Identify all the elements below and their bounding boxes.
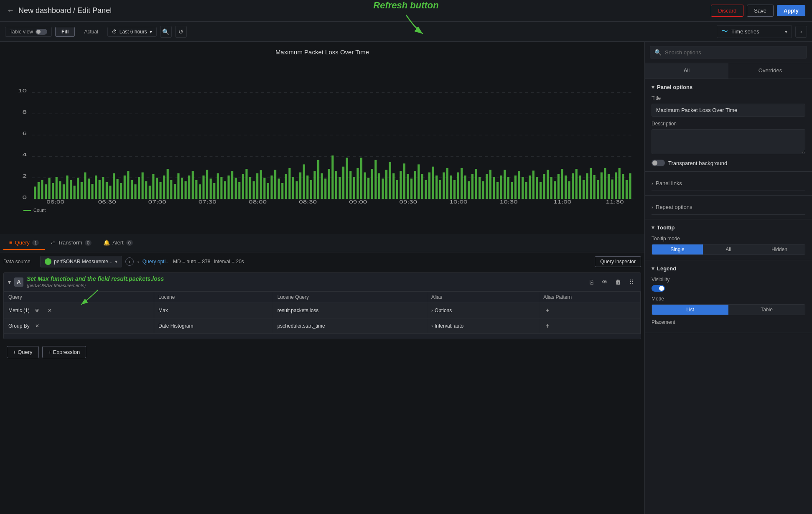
svg-rect-150: [525, 182, 527, 199]
svg-rect-34: [109, 186, 111, 199]
tab-query[interactable]: ≡ Query 1: [3, 236, 45, 250]
tab-alert[interactable]: 🔔 Alert 0: [97, 236, 139, 250]
svg-text:0: 0: [23, 195, 27, 200]
time-range-label: Last 6 hours: [120, 29, 147, 35]
tooltip-section-header[interactable]: ▾ Tooltip: [652, 224, 805, 231]
toolbar: Table view Fill Actual ⏱ Last 6 hours ▾ …: [0, 22, 812, 42]
header-left: ← New dashboard / Edit Panel: [7, 6, 112, 15]
repeat-options-label: Repeat options: [656, 204, 692, 210]
drag-query-handle[interactable]: ⠿: [626, 277, 636, 287]
legend-mode-table[interactable]: Table: [728, 305, 805, 315]
query-row-actions: ⎘ 👁 🗑 ⠿: [586, 277, 636, 287]
svg-rect-52: [174, 184, 176, 199]
metric-options-label[interactable]: Options: [435, 308, 452, 313]
svg-rect-82: [281, 183, 283, 199]
svg-rect-141: [493, 177, 495, 199]
tooltip-mode-all[interactable]: All: [703, 244, 754, 254]
zoom-out-button[interactable]: 🔍: [160, 26, 172, 38]
time-range-picker[interactable]: ⏱ Last 6 hours ▾: [107, 27, 157, 37]
metric-lucene-query[interactable]: result.packets.loss: [273, 303, 427, 318]
svg-rect-133: [464, 176, 466, 199]
query-options-link[interactable]: Query opti...: [143, 259, 170, 265]
search-input[interactable]: [665, 49, 802, 56]
svg-rect-55: [185, 181, 187, 199]
tab-transform[interactable]: ⇌ Transform 0: [45, 236, 97, 250]
groupby-lucene-value[interactable]: Date Histogram: [154, 318, 273, 334]
metric-lucene-value[interactable]: Max: [154, 303, 273, 318]
svg-rect-63: [213, 183, 215, 199]
svg-rect-157: [550, 177, 552, 199]
svg-rect-80: [274, 170, 276, 199]
transparent-toggle[interactable]: [652, 160, 665, 166]
legend-visibility-toggle[interactable]: [652, 285, 665, 292]
info-icon[interactable]: i: [125, 257, 134, 266]
query-inspector-button[interactable]: Query inspector: [595, 256, 641, 267]
chart-svg: 0 2 4 6 8 10: [7, 62, 638, 204]
svg-text:11:00: 11:00: [553, 199, 571, 204]
svg-rect-66: [224, 181, 226, 199]
svg-rect-72: [245, 169, 247, 199]
save-button[interactable]: Save: [747, 5, 774, 17]
tab-overrides[interactable]: Overrides: [728, 63, 812, 79]
delete-query-button[interactable]: 🗑: [613, 277, 623, 287]
datasource-select[interactable]: perfSONAR Measureme... ▾: [40, 256, 122, 267]
chart-legend: Count: [7, 208, 638, 213]
svg-rect-118: [410, 178, 412, 199]
tab-all[interactable]: All: [645, 63, 728, 79]
groupby-row-label: Group By ✕: [4, 318, 154, 334]
groupby-lucene-query[interactable]: pscheduler.start_time: [273, 318, 427, 334]
annotation-main-text: Set Max function and the field result.pa…: [27, 275, 164, 282]
panel-expand-button[interactable]: ›: [795, 26, 807, 38]
annotation-container: Set Max function and the field result.pa…: [27, 275, 164, 288]
query-expand-icon[interactable]: ▾: [8, 279, 11, 285]
groupby-delete-button[interactable]: ✕: [32, 321, 42, 331]
tooltip-mode-hidden[interactable]: Hidden: [754, 244, 805, 254]
groupby-add-button[interactable]: +: [543, 322, 552, 330]
legend-mode-list[interactable]: List: [652, 305, 728, 315]
tooltip-mode-single[interactable]: Single: [652, 244, 703, 254]
panel-options-collapse-icon: ▾: [652, 84, 654, 90]
add-query-button[interactable]: + Query: [7, 346, 39, 358]
svg-text:09:30: 09:30: [399, 199, 417, 204]
table-view-toggle-switch[interactable]: [36, 29, 47, 35]
groupby-interval-label[interactable]: Interval: auto: [435, 323, 463, 329]
actual-button[interactable]: Actual: [78, 27, 104, 36]
panel-links-header[interactable]: › Panel links: [652, 176, 805, 191]
hide-query-button[interactable]: 👁: [600, 277, 610, 287]
svg-rect-136: [475, 169, 477, 199]
refresh-button[interactable]: ↺: [175, 26, 187, 38]
back-icon[interactable]: ←: [7, 6, 14, 15]
metric-visibility-toggle[interactable]: 👁: [32, 305, 42, 316]
description-input[interactable]: [652, 129, 805, 154]
legend-section-header[interactable]: ▾ Legend: [652, 265, 805, 272]
svg-rect-93: [321, 173, 323, 199]
svg-rect-97: [335, 171, 337, 199]
copy-query-button[interactable]: ⎘: [586, 277, 596, 287]
discard-button[interactable]: Discard: [711, 5, 743, 17]
metric-delete-button[interactable]: ✕: [45, 305, 55, 316]
time-icon: ⏱: [112, 29, 117, 35]
title-input[interactable]: [652, 104, 805, 117]
svg-text:08:00: 08:00: [249, 199, 267, 204]
repeat-options-header[interactable]: › Repeat options: [652, 200, 805, 215]
svg-rect-45: [149, 186, 151, 199]
panel-options-header[interactable]: ▾ Panel options: [652, 84, 805, 90]
visualization-type-label: Time series: [731, 28, 759, 35]
legend-visibility-label: Visibility: [652, 277, 805, 282]
svg-rect-49: [163, 176, 165, 199]
search-box[interactable]: 🔍: [650, 46, 807, 59]
svg-text:06:30: 06:30: [98, 199, 116, 204]
apply-button[interactable]: Apply: [777, 5, 805, 16]
panel-links-expand-icon: ›: [652, 181, 653, 186]
toolbar-right: 〜 Time series ▾ ›: [717, 25, 807, 38]
fill-button[interactable]: Fill: [55, 27, 75, 37]
metric-add-button[interactable]: +: [543, 306, 552, 315]
svg-rect-138: [482, 181, 484, 199]
visualization-type-selector[interactable]: 〜 Time series ▾: [717, 25, 792, 38]
svg-rect-15: [41, 180, 43, 199]
chart-legend-label: Count: [33, 208, 46, 213]
svg-rect-32: [102, 177, 104, 199]
table-view-toggle[interactable]: Table view: [5, 27, 52, 37]
add-expression-button[interactable]: + Expression: [42, 346, 87, 358]
legend-mode-label: Mode: [652, 296, 805, 302]
